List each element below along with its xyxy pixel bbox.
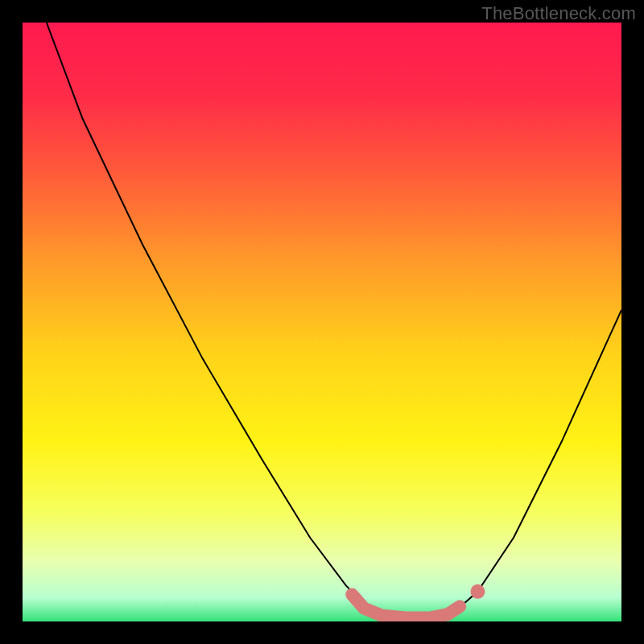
chart-frame xyxy=(23,23,621,621)
chart-background xyxy=(23,23,621,621)
watermark-text: TheBottleneck.com xyxy=(481,3,636,24)
chart-canvas xyxy=(23,23,621,621)
marker-dot xyxy=(470,584,485,599)
